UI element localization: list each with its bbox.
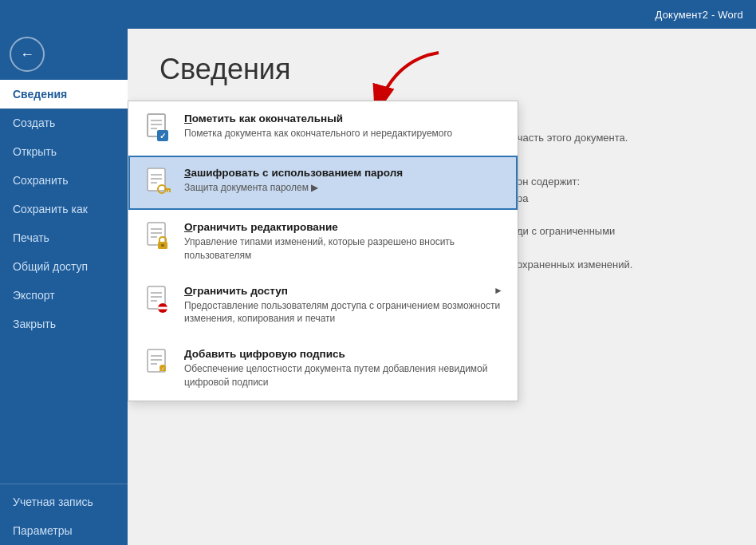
menu-item-dobavit-podpis[interactable]: ✓ Добавить цифровую подпись Обеспечение … [128, 337, 518, 401]
menu-item-ogranichit-red[interactable]: Ограничить редактирование Управление тип… [128, 210, 518, 274]
title-bar: Документ2 - Word [0, 0, 756, 29]
sidebar: ← Сведения Создать Открыть Сохранить Сох… [0, 29, 128, 545]
menu-item-pometit-title: Пометить как окончательный [184, 113, 503, 124]
menu-item-ogranichit-dostup[interactable]: Ограничить доступ ► Предоставление польз… [128, 274, 518, 338]
menu-item-pometit-text: Пометить как окончательный Пометка докум… [184, 113, 503, 140]
page-title: Сведения [159, 53, 724, 86]
svg-rect-28 [161, 244, 164, 247]
menu-item-ogranichit-red-desc: Управление типами изменений, которые раз… [184, 235, 503, 263]
svg-rect-20 [164, 188, 171, 190]
menu-item-ogranichit-dostup-title: Ограничить доступ ► [184, 285, 503, 297]
sidebar-item-sohranit[interactable]: Сохранить [0, 166, 128, 195]
menu-item-zashifrovat-text: Зашифровать с использованием пароля Защи… [184, 167, 503, 195]
menu-item-dobavit-podpis-text: Добавить цифровую подпись Обеспечение це… [184, 348, 503, 389]
svg-rect-21 [169, 190, 171, 192]
protect-dropdown-menu: ✓ Пометить как окончательный Пометка док… [128, 101, 518, 401]
menu-item-zashifrovat-title: Зашифровать с использованием пароля [184, 167, 503, 179]
restrict-access-icon [143, 285, 175, 317]
svg-rect-23 [148, 223, 165, 245]
sidebar-item-svedeniya[interactable]: Сведения [0, 80, 128, 109]
menu-item-ogranichit-red-text: Ограничить редактирование Управление тип… [184, 221, 503, 263]
title-bar-text: Документ2 - Word [656, 9, 743, 21]
menu-item-pometit-desc: Пометка документа как окончательного и н… [184, 127, 503, 140]
sidebar-item-uchetnaya-zapis[interactable]: Учетная запись [0, 488, 128, 516]
sidebar-item-parametry[interactable]: Параметры [0, 516, 128, 545]
cursor-indicator: ▶ [311, 182, 318, 193]
digital-signature-icon: ✓ [143, 348, 175, 380]
svg-text:✓: ✓ [161, 366, 165, 371]
svg-rect-15 [148, 168, 165, 191]
sidebar-item-eksport[interactable]: Экспорт [0, 281, 128, 310]
sidebar-item-otkryt[interactable]: Открыть [0, 137, 128, 166]
back-button[interactable]: ← [10, 37, 45, 72]
svg-rect-22 [167, 190, 168, 192]
sidebar-item-sohranit-kak[interactable]: Сохранить как [0, 195, 128, 223]
menu-item-ogranichit-dostup-text: Ограничить доступ ► Предоставление польз… [184, 285, 503, 326]
restrict-edit-icon [143, 221, 175, 253]
sidebar-item-zakryt[interactable]: Закрыть [0, 310, 128, 338]
menu-item-pometit[interactable]: ✓ Пометить как окончательный Пометка док… [128, 101, 518, 156]
sidebar-item-sozdat[interactable]: Создать [0, 109, 128, 137]
content-area: Сведения [128, 29, 756, 545]
sidebar-item-obshchiy-dostup[interactable]: Общий доступ [0, 252, 128, 281]
menu-item-zashifrovat[interactable]: Зашифровать с использованием пароля Защи… [128, 156, 518, 210]
sidebar-bottom: Учетная запись Параметры [0, 484, 128, 545]
final-mark-icon: ✓ [143, 113, 175, 144]
menu-item-dobavit-podpis-desc: Обеспечение целостности документа путем … [184, 362, 503, 389]
menu-item-ogranichit-red-title: Ограничить редактирование [184, 221, 503, 233]
right-panel: он содержит: ра ди с ограниченными охран… [517, 174, 724, 274]
menu-item-zashifrovat-desc: Защита документа паролем ▶ [184, 181, 503, 195]
svg-rect-34 [158, 306, 167, 309]
encrypt-icon [143, 167, 175, 199]
menu-item-dobavit-podpis-title: Добавить цифровую подпись [184, 348, 503, 360]
app-body: ← Сведения Создать Открыть Сохранить Сох… [0, 29, 756, 545]
menu-item-ogranichit-dostup-desc: Предоставление пользователям доступа с о… [184, 299, 503, 326]
svg-text:✓: ✓ [159, 132, 166, 140]
sidebar-item-pechat[interactable]: Печать [0, 223, 128, 252]
